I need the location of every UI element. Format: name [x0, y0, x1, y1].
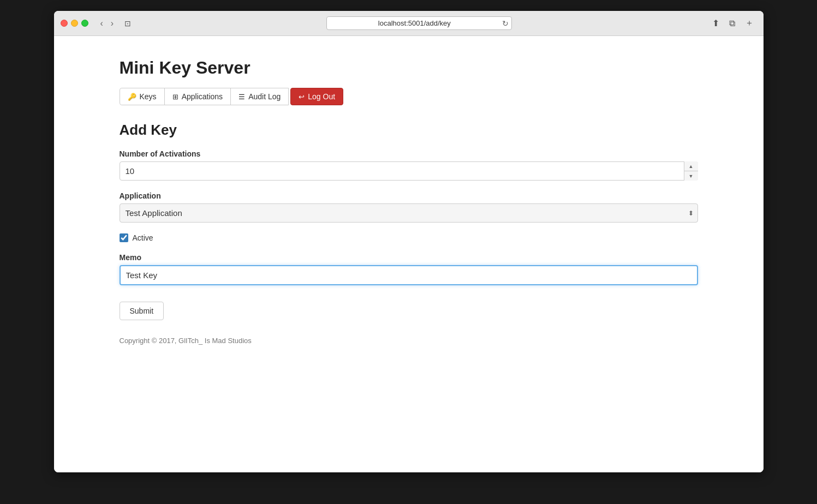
list-icon: ☰: [238, 93, 245, 101]
memo-group: Memo: [120, 253, 698, 285]
spinner-up[interactable]: ▲: [684, 161, 698, 171]
reader-button[interactable]: ⊡: [121, 18, 134, 29]
key-icon: 🔑: [128, 93, 136, 101]
nav-audit-log[interactable]: ☰ Audit Log: [230, 88, 289, 105]
application-select[interactable]: Test Application: [120, 203, 698, 223]
application-label: Application: [120, 191, 698, 200]
nav-audit-log-label: Audit Log: [248, 92, 281, 101]
browser-window: ‹ › ⊡ ↻ ⬆ ⧉ ＋ Mini Key Server 🔑 Keys ⊞: [54, 11, 764, 472]
memo-label: Memo: [120, 253, 698, 262]
activations-label: Number of Activations: [120, 149, 698, 158]
traffic-lights: [61, 20, 88, 27]
forward-button[interactable]: ›: [108, 18, 117, 29]
footer-text: Copyright © 2017, GlITch_ Is Mad Studios: [120, 337, 698, 345]
active-checkbox[interactable]: [120, 233, 128, 242]
page-content: Mini Key Server 🔑 Keys ⊞ Applications ☰ …: [54, 36, 764, 472]
share-button[interactable]: ⬆: [709, 16, 723, 30]
activations-group: Number of Activations ▲ ▼: [120, 149, 698, 181]
nav-applications[interactable]: ⊞ Applications: [164, 88, 231, 105]
memo-input[interactable]: [120, 265, 698, 285]
apps-icon: ⊞: [172, 93, 178, 101]
active-label[interactable]: Active: [133, 233, 153, 242]
browser-actions: ⬆ ⧉ ＋: [709, 16, 757, 30]
spinner-down[interactable]: ▼: [684, 171, 698, 181]
spinner-buttons: ▲ ▼: [684, 161, 698, 181]
nav-bar: 🔑 Keys ⊞ Applications ☰ Audit Log ↩ Log …: [120, 88, 698, 105]
logout-icon: ↩: [299, 93, 305, 101]
address-bar[interactable]: [326, 16, 512, 30]
nav-logout-label: Log Out: [308, 92, 335, 101]
app-title: Mini Key Server: [120, 58, 698, 78]
activations-input-wrap: ▲ ▼: [120, 161, 698, 181]
submit-button[interactable]: Submit: [120, 302, 164, 320]
address-bar-container: ↻: [326, 16, 512, 30]
nav-applications-label: Applications: [182, 92, 223, 101]
maximize-button[interactable]: [81, 20, 88, 27]
minimize-button[interactable]: [71, 20, 78, 27]
active-group: Active: [120, 233, 698, 242]
form-section-title: Add Key: [120, 122, 698, 139]
back-button[interactable]: ‹: [97, 18, 106, 29]
application-select-wrap: Test Application ⬍: [120, 203, 698, 223]
nav-keys-label: Keys: [140, 92, 157, 101]
add-button[interactable]: ＋: [742, 16, 757, 30]
new-tab-button[interactable]: ⧉: [726, 16, 738, 30]
close-button[interactable]: [61, 20, 68, 27]
activations-input[interactable]: [120, 161, 698, 181]
reload-button[interactable]: ↻: [502, 19, 509, 28]
application-group: Application Test Application ⬍: [120, 191, 698, 223]
nav-logout[interactable]: ↩ Log Out: [290, 88, 343, 105]
browser-chrome: ‹ › ⊡ ↻ ⬆ ⧉ ＋: [54, 11, 764, 36]
nav-keys[interactable]: 🔑 Keys: [120, 88, 165, 105]
address-bar-wrap: ↻: [139, 16, 700, 30]
browser-nav-buttons: ‹ ›: [97, 18, 117, 29]
